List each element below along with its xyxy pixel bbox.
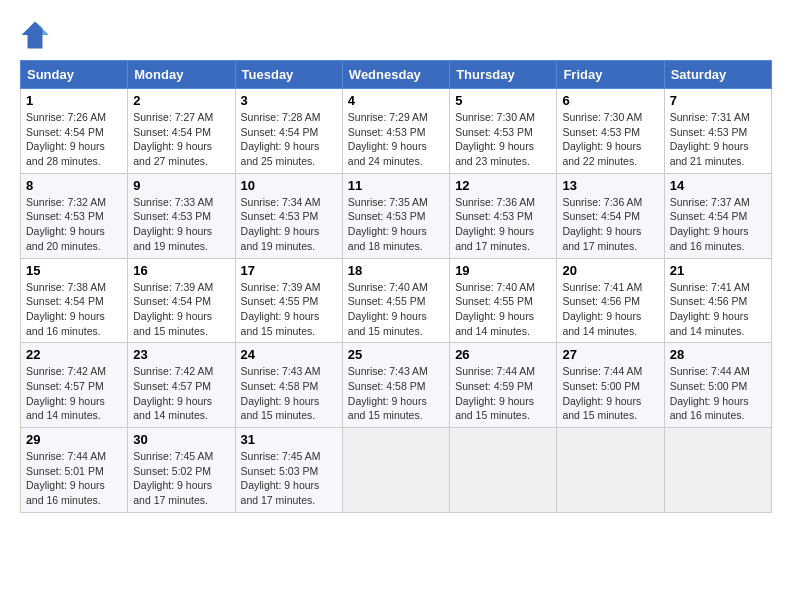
calendar-cell: 2Sunrise: 7:27 AMSunset: 4:54 PMDaylight… <box>128 89 235 174</box>
weekday-header-saturday: Saturday <box>664 61 771 89</box>
calendar-cell: 13Sunrise: 7:36 AMSunset: 4:54 PMDayligh… <box>557 173 664 258</box>
day-info: Sunrise: 7:36 AMSunset: 4:54 PMDaylight:… <box>562 195 658 254</box>
day-info: Sunrise: 7:29 AMSunset: 4:53 PMDaylight:… <box>348 110 444 169</box>
weekday-header-thursday: Thursday <box>450 61 557 89</box>
day-info: Sunrise: 7:38 AMSunset: 4:54 PMDaylight:… <box>26 280 122 339</box>
calendar-cell: 11Sunrise: 7:35 AMSunset: 4:53 PMDayligh… <box>342 173 449 258</box>
calendar-cell: 5Sunrise: 7:30 AMSunset: 4:53 PMDaylight… <box>450 89 557 174</box>
calendar-cell <box>450 428 557 513</box>
calendar-table: SundayMondayTuesdayWednesdayThursdayFrid… <box>20 60 772 513</box>
calendar-cell: 29Sunrise: 7:44 AMSunset: 5:01 PMDayligh… <box>21 428 128 513</box>
day-number: 29 <box>26 432 122 447</box>
day-info: Sunrise: 7:42 AMSunset: 4:57 PMDaylight:… <box>26 364 122 423</box>
weekday-header-wednesday: Wednesday <box>342 61 449 89</box>
calendar-cell: 27Sunrise: 7:44 AMSunset: 5:00 PMDayligh… <box>557 343 664 428</box>
calendar-week-row: 22Sunrise: 7:42 AMSunset: 4:57 PMDayligh… <box>21 343 772 428</box>
day-number: 22 <box>26 347 122 362</box>
calendar-week-row: 15Sunrise: 7:38 AMSunset: 4:54 PMDayligh… <box>21 258 772 343</box>
day-number: 1 <box>26 93 122 108</box>
day-number: 7 <box>670 93 766 108</box>
day-info: Sunrise: 7:31 AMSunset: 4:53 PMDaylight:… <box>670 110 766 169</box>
calendar-cell: 12Sunrise: 7:36 AMSunset: 4:53 PMDayligh… <box>450 173 557 258</box>
calendar-header-row: SundayMondayTuesdayWednesdayThursdayFrid… <box>21 61 772 89</box>
day-info: Sunrise: 7:41 AMSunset: 4:56 PMDaylight:… <box>562 280 658 339</box>
day-number: 30 <box>133 432 229 447</box>
day-number: 31 <box>241 432 337 447</box>
calendar-cell: 18Sunrise: 7:40 AMSunset: 4:55 PMDayligh… <box>342 258 449 343</box>
day-info: Sunrise: 7:34 AMSunset: 4:53 PMDaylight:… <box>241 195 337 254</box>
calendar-cell: 9Sunrise: 7:33 AMSunset: 4:53 PMDaylight… <box>128 173 235 258</box>
day-number: 19 <box>455 263 551 278</box>
day-info: Sunrise: 7:35 AMSunset: 4:53 PMDaylight:… <box>348 195 444 254</box>
day-info: Sunrise: 7:30 AMSunset: 4:53 PMDaylight:… <box>455 110 551 169</box>
day-number: 18 <box>348 263 444 278</box>
calendar-cell: 1Sunrise: 7:26 AMSunset: 4:54 PMDaylight… <box>21 89 128 174</box>
day-number: 16 <box>133 263 229 278</box>
day-number: 10 <box>241 178 337 193</box>
day-info: Sunrise: 7:39 AMSunset: 4:55 PMDaylight:… <box>241 280 337 339</box>
day-info: Sunrise: 7:42 AMSunset: 4:57 PMDaylight:… <box>133 364 229 423</box>
weekday-header-tuesday: Tuesday <box>235 61 342 89</box>
calendar-cell: 6Sunrise: 7:30 AMSunset: 4:53 PMDaylight… <box>557 89 664 174</box>
day-info: Sunrise: 7:33 AMSunset: 4:53 PMDaylight:… <box>133 195 229 254</box>
calendar-cell: 30Sunrise: 7:45 AMSunset: 5:02 PMDayligh… <box>128 428 235 513</box>
calendar-cell: 4Sunrise: 7:29 AMSunset: 4:53 PMDaylight… <box>342 89 449 174</box>
day-number: 15 <box>26 263 122 278</box>
calendar-cell: 31Sunrise: 7:45 AMSunset: 5:03 PMDayligh… <box>235 428 342 513</box>
day-info: Sunrise: 7:36 AMSunset: 4:53 PMDaylight:… <box>455 195 551 254</box>
day-info: Sunrise: 7:44 AMSunset: 5:00 PMDaylight:… <box>670 364 766 423</box>
day-number: 21 <box>670 263 766 278</box>
calendar-cell <box>664 428 771 513</box>
page-header <box>20 20 772 50</box>
day-info: Sunrise: 7:45 AMSunset: 5:03 PMDaylight:… <box>241 449 337 508</box>
calendar-cell <box>557 428 664 513</box>
calendar-cell: 22Sunrise: 7:42 AMSunset: 4:57 PMDayligh… <box>21 343 128 428</box>
calendar-cell: 15Sunrise: 7:38 AMSunset: 4:54 PMDayligh… <box>21 258 128 343</box>
day-info: Sunrise: 7:40 AMSunset: 4:55 PMDaylight:… <box>455 280 551 339</box>
day-number: 20 <box>562 263 658 278</box>
day-info: Sunrise: 7:44 AMSunset: 5:01 PMDaylight:… <box>26 449 122 508</box>
day-number: 4 <box>348 93 444 108</box>
day-info: Sunrise: 7:43 AMSunset: 4:58 PMDaylight:… <box>241 364 337 423</box>
day-info: Sunrise: 7:37 AMSunset: 4:54 PMDaylight:… <box>670 195 766 254</box>
calendar-cell: 24Sunrise: 7:43 AMSunset: 4:58 PMDayligh… <box>235 343 342 428</box>
calendar-week-row: 1Sunrise: 7:26 AMSunset: 4:54 PMDaylight… <box>21 89 772 174</box>
calendar-cell: 19Sunrise: 7:40 AMSunset: 4:55 PMDayligh… <box>450 258 557 343</box>
calendar-cell: 26Sunrise: 7:44 AMSunset: 4:59 PMDayligh… <box>450 343 557 428</box>
calendar-cell: 23Sunrise: 7:42 AMSunset: 4:57 PMDayligh… <box>128 343 235 428</box>
day-info: Sunrise: 7:43 AMSunset: 4:58 PMDaylight:… <box>348 364 444 423</box>
calendar-cell: 28Sunrise: 7:44 AMSunset: 5:00 PMDayligh… <box>664 343 771 428</box>
day-info: Sunrise: 7:26 AMSunset: 4:54 PMDaylight:… <box>26 110 122 169</box>
day-number: 8 <box>26 178 122 193</box>
day-number: 17 <box>241 263 337 278</box>
day-info: Sunrise: 7:28 AMSunset: 4:54 PMDaylight:… <box>241 110 337 169</box>
day-number: 5 <box>455 93 551 108</box>
day-number: 2 <box>133 93 229 108</box>
day-number: 25 <box>348 347 444 362</box>
day-number: 26 <box>455 347 551 362</box>
day-number: 11 <box>348 178 444 193</box>
day-number: 12 <box>455 178 551 193</box>
calendar-cell: 17Sunrise: 7:39 AMSunset: 4:55 PMDayligh… <box>235 258 342 343</box>
weekday-header-monday: Monday <box>128 61 235 89</box>
logo-icon <box>20 20 50 50</box>
calendar-cell: 7Sunrise: 7:31 AMSunset: 4:53 PMDaylight… <box>664 89 771 174</box>
day-info: Sunrise: 7:30 AMSunset: 4:53 PMDaylight:… <box>562 110 658 169</box>
day-number: 28 <box>670 347 766 362</box>
day-info: Sunrise: 7:45 AMSunset: 5:02 PMDaylight:… <box>133 449 229 508</box>
day-number: 23 <box>133 347 229 362</box>
calendar-cell: 8Sunrise: 7:32 AMSunset: 4:53 PMDaylight… <box>21 173 128 258</box>
day-info: Sunrise: 7:32 AMSunset: 4:53 PMDaylight:… <box>26 195 122 254</box>
day-number: 13 <box>562 178 658 193</box>
calendar-cell <box>342 428 449 513</box>
day-number: 27 <box>562 347 658 362</box>
calendar-cell: 3Sunrise: 7:28 AMSunset: 4:54 PMDaylight… <box>235 89 342 174</box>
day-info: Sunrise: 7:39 AMSunset: 4:54 PMDaylight:… <box>133 280 229 339</box>
calendar-cell: 14Sunrise: 7:37 AMSunset: 4:54 PMDayligh… <box>664 173 771 258</box>
day-info: Sunrise: 7:44 AMSunset: 4:59 PMDaylight:… <box>455 364 551 423</box>
calendar-cell: 25Sunrise: 7:43 AMSunset: 4:58 PMDayligh… <box>342 343 449 428</box>
day-number: 6 <box>562 93 658 108</box>
day-number: 14 <box>670 178 766 193</box>
weekday-header-sunday: Sunday <box>21 61 128 89</box>
day-info: Sunrise: 7:40 AMSunset: 4:55 PMDaylight:… <box>348 280 444 339</box>
